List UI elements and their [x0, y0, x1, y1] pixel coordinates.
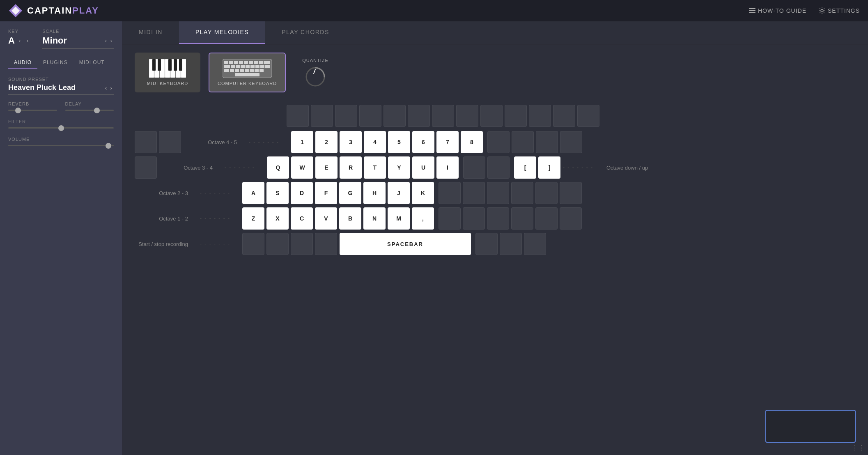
key-bracket-open[interactable]: [ [514, 156, 536, 179]
input-method-row: MIDI KEYBOARD [122, 44, 868, 101]
svg-rect-39 [235, 69, 239, 72]
tab-audio[interactable]: AUDIO [8, 57, 37, 69]
row1-dashes: - - - - - - - [239, 139, 289, 145]
computer-keyboard-label: COMPUTER KEYBOARD [218, 81, 277, 86]
key-5[interactable]: 5 [388, 131, 410, 153]
preset-prev-button[interactable]: ‹ [103, 84, 109, 92]
row5-label: Start / stop recording [135, 241, 188, 247]
key-r[interactable]: R [340, 156, 362, 179]
preset-row: Heaven Pluck Lead ‹ › [8, 83, 114, 95]
svg-rect-27 [264, 61, 270, 64]
row2-keys: Q W E R T Y U I [267, 156, 459, 179]
key-g[interactable]: G [339, 182, 361, 204]
key-f[interactable]: F [315, 182, 337, 204]
octave-1-2-row: Octave 1 - 2 - - - - - - - Z X C V B N M… [135, 207, 856, 230]
midi-keyboard-card[interactable]: MIDI KEYBOARD [135, 53, 200, 92]
menu-icon [749, 7, 755, 14]
ghost-key [487, 207, 509, 230]
key-z[interactable]: Z [242, 207, 264, 230]
spacebar-row: Start / stop recording - - - - - - - SPA… [135, 233, 856, 255]
preset-next-button[interactable]: › [108, 84, 114, 92]
how-to-guide-link[interactable]: HOW-TO GUIDE [749, 7, 806, 14]
key-u[interactable]: U [412, 156, 434, 179]
key-2[interactable]: 2 [315, 131, 338, 153]
key-h[interactable]: H [363, 182, 386, 204]
key-1[interactable]: 1 [291, 131, 313, 153]
svg-rect-34 [255, 65, 259, 68]
ghost-key [135, 131, 157, 153]
key-comma[interactable]: , [412, 207, 434, 230]
keyboard-icon [223, 59, 272, 78]
resize-dots-icon: ⋮⋮ [852, 444, 865, 452]
key-m[interactable]: M [388, 207, 410, 230]
key-k[interactable]: K [412, 182, 434, 204]
filter-section: FILTER [8, 119, 114, 129]
key-v[interactable]: V [315, 207, 337, 230]
tab-plugins[interactable]: PLUGINS [37, 57, 73, 69]
tab-midi-in[interactable]: MIDI IN [122, 21, 179, 44]
svg-rect-20 [229, 61, 233, 64]
key-8[interactable]: 8 [461, 131, 483, 153]
ghost-key [359, 105, 381, 127]
key-a[interactable]: A [242, 182, 264, 204]
scale-next-button[interactable]: › [108, 37, 114, 45]
key-y[interactable]: Y [388, 156, 410, 179]
svg-rect-15 [168, 59, 172, 71]
key-t[interactable]: T [364, 156, 386, 179]
computer-keyboard-card[interactable]: COMPUTER KEYBOARD [209, 53, 286, 92]
ghost-key [408, 105, 430, 127]
filter-track[interactable] [8, 127, 114, 129]
svg-rect-26 [259, 61, 263, 64]
key-c[interactable]: C [291, 207, 313, 230]
svg-rect-17 [179, 59, 182, 71]
scale-label: SCALE [42, 29, 114, 34]
key-j[interactable]: J [388, 182, 410, 204]
row1-label: Octave 4 - 5 [184, 139, 237, 145]
quantize-knob[interactable] [305, 66, 326, 87]
key-q[interactable]: Q [267, 156, 289, 179]
quantize-label: QUANTIZE [302, 58, 328, 63]
reverb-group: REVERB [8, 101, 57, 111]
svg-rect-2 [749, 8, 755, 9]
tab-play-chords[interactable]: PLAY CHORDS [265, 21, 346, 44]
filter-thumb[interactable] [58, 125, 64, 131]
ghost-key [487, 156, 510, 179]
ghost-keys-left-2 [135, 156, 157, 179]
key-i[interactable]: I [436, 156, 459, 179]
ghost-key [475, 233, 498, 255]
volume-track[interactable] [8, 145, 114, 146]
key-d[interactable]: D [291, 182, 313, 204]
key-7[interactable]: 7 [436, 131, 459, 153]
key-4[interactable]: 4 [364, 131, 386, 153]
volume-section: VOLUME [8, 137, 114, 146]
tab-play-melodies[interactable]: PLAY MELODIES [179, 21, 265, 44]
volume-thumb[interactable] [106, 143, 111, 149]
spacebar-key[interactable]: SPACEBAR [340, 233, 471, 255]
svg-point-5 [821, 9, 823, 12]
bracket-keys: [ ] [514, 156, 560, 179]
scale-value: Minor [42, 35, 103, 46]
key-b[interactable]: B [339, 207, 361, 230]
delay-track[interactable] [65, 110, 114, 111]
key-prev-button[interactable]: ‹ [17, 37, 23, 45]
delay-thumb[interactable] [94, 108, 100, 113]
settings-link[interactable]: SETTINGS [819, 7, 860, 14]
reverb-thumb[interactable] [15, 108, 21, 113]
scale-prev-button[interactable]: ‹ [103, 37, 109, 45]
sidebar: KEY A ‹ › SCALE Minor ‹ › AUDIO PLUGINS … [0, 21, 122, 455]
reverb-track[interactable] [8, 110, 57, 111]
key-6[interactable]: 6 [412, 131, 434, 153]
key-w[interactable]: W [291, 156, 313, 179]
scale-section: SCALE Minor ‹ › [42, 29, 114, 49]
key-e[interactable]: E [315, 156, 338, 179]
svg-rect-38 [230, 69, 234, 72]
ghost-key [487, 131, 510, 153]
key-next-button[interactable]: › [25, 37, 30, 45]
key-s[interactable]: S [266, 182, 289, 204]
key-bracket-close[interactable]: ] [538, 156, 560, 179]
key-n[interactable]: N [363, 207, 386, 230]
key-3[interactable]: 3 [340, 131, 362, 153]
ghost-key [311, 105, 333, 127]
key-x[interactable]: X [266, 207, 289, 230]
tab-midi-out[interactable]: MIDI OUT [73, 57, 110, 69]
